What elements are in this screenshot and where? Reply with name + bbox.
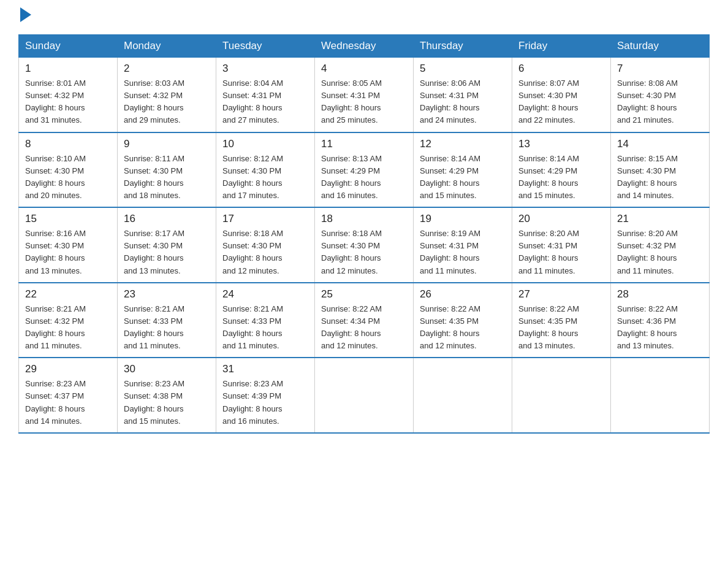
day-number: 3	[222, 63, 308, 75]
day-number: 10	[222, 138, 308, 150]
day-number: 4	[321, 63, 407, 75]
calendar-cell: 19Sunrise: 8:19 AMSunset: 4:31 PMDayligh…	[414, 207, 512, 283]
calendar-cell: 13Sunrise: 8:14 AMSunset: 4:29 PMDayligh…	[512, 132, 611, 208]
header-day-sunday: Sunday	[19, 35, 118, 58]
day-info: Sunrise: 8:12 AMSunset: 4:30 PMDaylight:…	[222, 153, 308, 202]
calendar-cell: 15Sunrise: 8:16 AMSunset: 4:30 PMDayligh…	[19, 207, 118, 283]
day-number: 26	[420, 288, 506, 301]
day-number: 13	[518, 138, 604, 150]
day-info: Sunrise: 8:23 AMSunset: 4:39 PMDaylight:…	[222, 378, 308, 427]
day-info: Sunrise: 8:15 AMSunset: 4:30 PMDaylight:…	[617, 153, 703, 202]
calendar-cell: 30Sunrise: 8:23 AMSunset: 4:38 PMDayligh…	[118, 358, 216, 433]
calendar-cell: 2Sunrise: 8:03 AMSunset: 4:32 PMDaylight…	[118, 58, 216, 132]
calendar-cell: 23Sunrise: 8:21 AMSunset: 4:33 PMDayligh…	[118, 283, 216, 358]
day-number: 18	[321, 213, 407, 225]
day-info: Sunrise: 8:23 AMSunset: 4:37 PMDaylight:…	[25, 378, 111, 427]
header-day-friday: Friday	[512, 35, 611, 58]
week-row-1: 1Sunrise: 8:01 AMSunset: 4:32 PMDaylight…	[19, 58, 710, 132]
day-info: Sunrise: 8:21 AMSunset: 4:33 PMDaylight:…	[222, 303, 308, 353]
day-info: Sunrise: 8:18 AMSunset: 4:30 PMDaylight:…	[321, 228, 407, 277]
calendar-cell: 25Sunrise: 8:22 AMSunset: 4:34 PMDayligh…	[315, 283, 414, 358]
day-number: 20	[518, 213, 604, 225]
calendar-cell: 9Sunrise: 8:11 AMSunset: 4:30 PMDaylight…	[118, 132, 216, 208]
calendar-cell: 26Sunrise: 8:22 AMSunset: 4:35 PMDayligh…	[414, 283, 512, 358]
calendar-body: 1Sunrise: 8:01 AMSunset: 4:32 PMDaylight…	[19, 58, 710, 433]
day-info: Sunrise: 8:20 AMSunset: 4:32 PMDaylight:…	[617, 228, 703, 277]
day-number: 11	[321, 138, 407, 150]
day-info: Sunrise: 8:06 AMSunset: 4:31 PMDaylight:…	[420, 77, 506, 127]
day-info: Sunrise: 8:11 AMSunset: 4:30 PMDaylight:…	[124, 153, 210, 202]
day-info: Sunrise: 8:07 AMSunset: 4:30 PMDaylight:…	[518, 77, 604, 127]
logo-triangle-icon	[20, 7, 31, 22]
day-info: Sunrise: 8:16 AMSunset: 4:30 PMDaylight:…	[25, 228, 111, 277]
logo	[18, 12, 31, 22]
calendar-cell: 20Sunrise: 8:20 AMSunset: 4:31 PMDayligh…	[512, 207, 611, 283]
week-row-4: 22Sunrise: 8:21 AMSunset: 4:32 PMDayligh…	[19, 283, 710, 358]
calendar-cell	[414, 358, 512, 433]
calendar-cell: 22Sunrise: 8:21 AMSunset: 4:32 PMDayligh…	[19, 283, 118, 358]
calendar-cell: 27Sunrise: 8:22 AMSunset: 4:35 PMDayligh…	[512, 283, 611, 358]
calendar-cell: 10Sunrise: 8:12 AMSunset: 4:30 PMDayligh…	[216, 132, 315, 208]
day-info: Sunrise: 8:08 AMSunset: 4:30 PMDaylight:…	[617, 77, 703, 127]
day-info: Sunrise: 8:18 AMSunset: 4:30 PMDaylight:…	[222, 228, 308, 277]
week-row-5: 29Sunrise: 8:23 AMSunset: 4:37 PMDayligh…	[19, 358, 710, 433]
day-number: 25	[321, 288, 407, 301]
header-day-tuesday: Tuesday	[216, 35, 315, 58]
calendar-cell: 16Sunrise: 8:17 AMSunset: 4:30 PMDayligh…	[118, 207, 216, 283]
day-info: Sunrise: 8:22 AMSunset: 4:35 PMDaylight:…	[420, 303, 506, 353]
day-info: Sunrise: 8:13 AMSunset: 4:29 PMDaylight:…	[321, 153, 407, 202]
day-info: Sunrise: 8:04 AMSunset: 4:31 PMDaylight:…	[222, 77, 308, 127]
calendar-cell: 24Sunrise: 8:21 AMSunset: 4:33 PMDayligh…	[216, 283, 315, 358]
calendar-header: SundayMondayTuesdayWednesdayThursdayFrid…	[19, 35, 710, 58]
calendar-cell: 5Sunrise: 8:06 AMSunset: 4:31 PMDaylight…	[414, 58, 512, 132]
day-number: 1	[25, 63, 111, 75]
calendar-cell: 17Sunrise: 8:18 AMSunset: 4:30 PMDayligh…	[216, 207, 315, 283]
day-number: 8	[25, 138, 111, 150]
calendar-cell: 18Sunrise: 8:18 AMSunset: 4:30 PMDayligh…	[315, 207, 414, 283]
header-day-saturday: Saturday	[611, 35, 710, 58]
day-number: 27	[518, 288, 604, 301]
day-info: Sunrise: 8:17 AMSunset: 4:30 PMDaylight:…	[124, 228, 210, 277]
day-info: Sunrise: 8:19 AMSunset: 4:31 PMDaylight:…	[420, 228, 506, 277]
day-number: 31	[222, 363, 308, 375]
calendar-cell	[611, 358, 710, 433]
day-number: 12	[420, 138, 506, 150]
calendar-cell: 12Sunrise: 8:14 AMSunset: 4:29 PMDayligh…	[414, 132, 512, 208]
day-number: 19	[420, 213, 506, 225]
calendar-cell: 11Sunrise: 8:13 AMSunset: 4:29 PMDayligh…	[315, 132, 414, 208]
day-info: Sunrise: 8:05 AMSunset: 4:31 PMDaylight:…	[321, 77, 407, 127]
day-info: Sunrise: 8:03 AMSunset: 4:32 PMDaylight:…	[124, 77, 210, 127]
calendar-cell: 28Sunrise: 8:22 AMSunset: 4:36 PMDayligh…	[611, 283, 710, 358]
calendar-table: SundayMondayTuesdayWednesdayThursdayFrid…	[18, 34, 710, 434]
calendar-cell: 7Sunrise: 8:08 AMSunset: 4:30 PMDaylight…	[611, 58, 710, 132]
day-info: Sunrise: 8:01 AMSunset: 4:32 PMDaylight:…	[25, 77, 111, 127]
day-info: Sunrise: 8:22 AMSunset: 4:36 PMDaylight:…	[617, 303, 703, 353]
day-number: 21	[617, 213, 703, 225]
header-row: SundayMondayTuesdayWednesdayThursdayFrid…	[19, 35, 710, 58]
day-number: 15	[25, 213, 111, 225]
day-number: 30	[124, 363, 210, 375]
calendar-cell	[315, 358, 414, 433]
day-number: 7	[617, 63, 703, 75]
day-number: 17	[222, 213, 308, 225]
header-day-monday: Monday	[118, 35, 216, 58]
day-info: Sunrise: 8:21 AMSunset: 4:33 PMDaylight:…	[124, 303, 210, 353]
header-day-wednesday: Wednesday	[315, 35, 414, 58]
day-number: 14	[617, 138, 703, 150]
calendar-cell: 4Sunrise: 8:05 AMSunset: 4:31 PMDaylight…	[315, 58, 414, 132]
day-info: Sunrise: 8:10 AMSunset: 4:30 PMDaylight:…	[25, 153, 111, 202]
week-row-2: 8Sunrise: 8:10 AMSunset: 4:30 PMDaylight…	[19, 132, 710, 208]
calendar-cell: 8Sunrise: 8:10 AMSunset: 4:30 PMDaylight…	[19, 132, 118, 208]
calendar-cell: 14Sunrise: 8:15 AMSunset: 4:30 PMDayligh…	[611, 132, 710, 208]
day-number: 6	[518, 63, 604, 75]
day-info: Sunrise: 8:22 AMSunset: 4:35 PMDaylight:…	[518, 303, 604, 353]
calendar-cell: 6Sunrise: 8:07 AMSunset: 4:30 PMDaylight…	[512, 58, 611, 132]
calendar-cell	[512, 358, 611, 433]
day-number: 22	[25, 288, 111, 301]
calendar-cell: 1Sunrise: 8:01 AMSunset: 4:32 PMDaylight…	[19, 58, 118, 132]
calendar-cell: 21Sunrise: 8:20 AMSunset: 4:32 PMDayligh…	[611, 207, 710, 283]
day-info: Sunrise: 8:14 AMSunset: 4:29 PMDaylight:…	[518, 153, 604, 202]
day-info: Sunrise: 8:20 AMSunset: 4:31 PMDaylight:…	[518, 228, 604, 277]
header-day-thursday: Thursday	[414, 35, 512, 58]
day-info: Sunrise: 8:23 AMSunset: 4:38 PMDaylight:…	[124, 378, 210, 427]
